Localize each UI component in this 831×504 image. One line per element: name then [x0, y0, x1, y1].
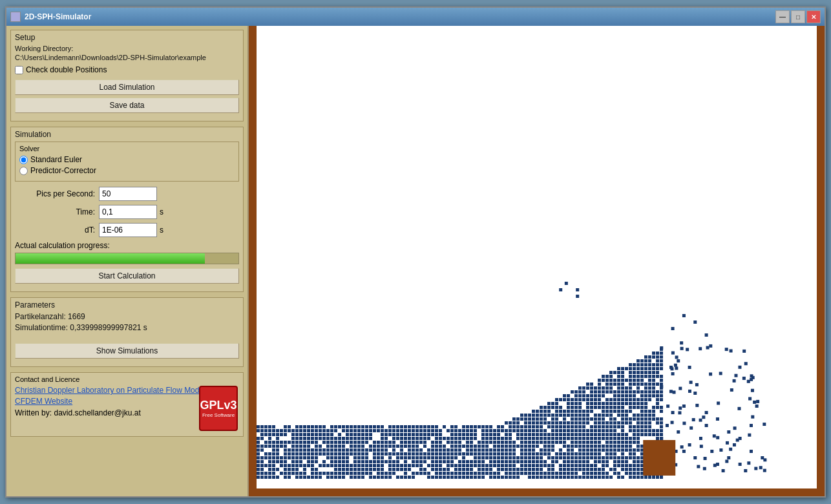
simulation-section: Simulation Solver Standard Euler Predict…: [10, 127, 244, 292]
pics-per-second-input[interactable]: [99, 187, 157, 201]
time-label: Time:: [15, 207, 99, 216]
maximize-button[interactable]: □: [791, 10, 805, 23]
parameters-section: Parameters Partikelanzahl: 1669 Simulati…: [10, 297, 244, 367]
progress-label: Actual calculation progress:: [15, 241, 239, 250]
start-calculation-button[interactable]: Start Calculation: [15, 268, 239, 284]
standard-euler-radio[interactable]: [19, 156, 28, 164]
progress-bar-container: [15, 253, 239, 264]
app-icon: [10, 12, 21, 22]
contact-section: Contact and Licence Christian Doppler La…: [10, 372, 244, 437]
solver-group-title: Solver: [19, 145, 235, 152]
gpl-badge: GPLv3 Free Software: [199, 386, 238, 431]
dt-label: dT:: [15, 226, 99, 235]
simulation-canvas: [257, 26, 817, 488]
time-row: Time: s: [15, 205, 239, 219]
solver-group: Solver Standard Euler Predictor-Correcto…: [15, 142, 239, 182]
pics-per-second-label: Pics per Second:: [15, 189, 99, 198]
check-double-positions-checkbox[interactable]: [15, 66, 23, 74]
sim-border-bottom: [249, 488, 825, 496]
setup-section: Setup Working Directory: C:\Users\Lindem…: [10, 30, 244, 121]
save-data-button[interactable]: Save data: [15, 98, 239, 113]
working-dir-label: Working Directory:: [15, 45, 239, 52]
title-bar: 2D-SPH-Simulator — □ ✕: [6, 8, 825, 26]
load-simulation-button[interactable]: Load Simulation: [15, 79, 239, 95]
window-title: 2D-SPH-Simulator: [25, 12, 91, 21]
dt-unit: s: [160, 226, 163, 235]
working-dir-path: C:\Users\Lindemann\Downloads\2D-SPH-Simu…: [15, 54, 239, 61]
close-button[interactable]: ✕: [806, 10, 821, 23]
contact-section-title: Contact and Licence: [15, 375, 239, 383]
title-controls: — □ ✕: [775, 10, 821, 23]
sim-border-right: [817, 26, 825, 496]
app-content: Setup Working Directory: C:\Users\Lindem…: [6, 26, 825, 496]
particle-count: Partikelanzahl: 1669: [15, 312, 239, 321]
predictor-corrector-label: Predictor-Corrector: [30, 166, 96, 175]
standard-euler-label: Standard Euler: [30, 155, 82, 164]
dt-row: dT: s: [15, 223, 239, 237]
minimize-button[interactable]: —: [775, 10, 790, 23]
pics-per-second-row: Pics per Second:: [15, 187, 239, 201]
sim-border-left: [249, 26, 257, 496]
show-simulations-button[interactable]: Show Simulations: [15, 343, 239, 359]
simulation-time: Simulationtime: 0,339998999997821 s: [15, 323, 239, 332]
simulation-canvas-area: [249, 26, 825, 496]
standard-euler-row: Standard Euler: [19, 155, 235, 164]
check-double-positions-label: Check double Positions: [26, 65, 107, 74]
gpl-text: GPLv3: [200, 399, 237, 412]
time-unit: s: [160, 207, 163, 216]
title-bar-left: 2D-SPH-Simulator: [10, 12, 91, 22]
check-double-positions-row: Check double Positions: [15, 65, 239, 74]
left-panel: Setup Working Directory: C:\Users\Lindem…: [6, 26, 249, 496]
progress-bar-fill: [16, 253, 205, 264]
predictor-corrector-radio[interactable]: [19, 167, 28, 175]
simulation-section-title: Simulation: [15, 130, 239, 139]
dt-input[interactable]: [99, 223, 157, 237]
main-window: 2D-SPH-Simulator — □ ✕ Setup Working Dir…: [5, 6, 826, 498]
predictor-corrector-row: Predictor-Corrector: [19, 166, 235, 175]
setup-section-title: Setup: [15, 33, 239, 42]
right-panel: [249, 26, 825, 496]
gpl-sub-text: Free Software: [202, 412, 235, 419]
time-input[interactable]: [99, 205, 157, 219]
parameters-section-title: Parameters: [15, 300, 239, 310]
